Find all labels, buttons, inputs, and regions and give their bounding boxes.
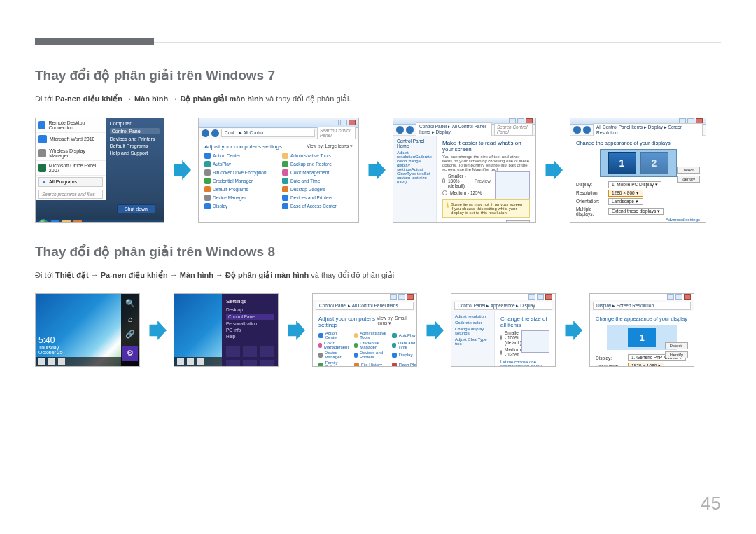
view-by-label: View by: Large icons ▾ [307,143,353,150]
cp-item-icon [282,186,288,192]
cp-item-label: Credential Manager [213,178,253,183]
cp-item-label: Action Center [326,331,350,339]
warning-bar: Some items may not fit on your screen if… [442,199,530,218]
control-panel-item: Default Programs [204,186,275,192]
cp-item-icon [354,363,359,367]
dropdown: Landscape ▾ [608,198,643,205]
dropdown: 1. Mobile PC Display ▾ [608,181,662,188]
display-side-link: Adjust resolution [397,150,415,159]
triangle-icon: ▸ [43,179,46,185]
charms-bar: 🔍 ⌂ 🔗 ⚙ [121,294,139,366]
cp-item-label: Color Management [324,341,350,349]
program-label: Remote Desktop Connection [48,120,102,130]
program-icon [38,121,46,129]
cp-item-label: Desktop Gadgets [290,187,326,192]
cp-item-icon [204,169,211,176]
cp-item-label: Color Management [290,170,329,175]
sr-title: Change the appearance of your display [596,316,688,322]
arrow-icon [366,160,386,180]
cp-item-icon [204,161,211,167]
dropdown: 1920 × 1080 ▾ [628,363,664,367]
display-side-link: Change display settings [455,327,491,335]
breadcrumb: Control Panel ▸ All Control Panel Items [316,302,414,310]
screenshot-win7-screen-resolution: All Control Panel Items ▸ Display ▸ Scre… [570,118,706,223]
screenshot-win7-control-panel: Cont... ▸ All Contro...Search Control Pa… [198,118,359,223]
panel-headline: Adjust your computer's settings [318,316,377,328]
chapter-marker-bar [35,38,154,45]
settings-title: Settings [226,298,274,304]
body-win7-path: Pa-nen điều khiển → Màn hình → Độ phân g… [55,94,264,103]
control-panel-item: AutoPlay [204,161,275,167]
cp-item-icon [392,353,397,358]
heading-win7: Thay đổi độ phân giải trên Windows 7 [35,67,721,83]
cp-item-label: Display [213,204,227,209]
cp-item-icon [282,161,288,167]
arrow-icon [286,321,305,340]
cp-item-icon [282,203,288,209]
start-menu-item: Wireless Display Manager [36,146,106,161]
radio-smaller: Smaller - 100% (default)Preview [442,174,491,188]
cp-item-label: Action Center [213,153,240,158]
charm-devices-icon: 🔗 [126,330,134,339]
page-number: 45 [701,493,721,514]
control-panel-item: Devices and Printers [354,351,388,359]
arrow-icon [172,160,191,180]
breadcrumb: Control Panel ▸ All Control Panel Items … [416,122,492,136]
control-panel-item: BitLocker Drive Encryption [204,169,275,176]
page-content: Thay đổi độ phân giải trên Windows 7 Đi … [35,67,721,367]
cp-item-icon [354,353,358,358]
control-panel-item: Ease of Access Center [282,203,353,209]
program-icon [38,135,47,143]
preview-thumbnail [522,330,550,353]
start-menu-right-item: Control Panel [110,128,160,134]
cp-item-icon [204,153,211,159]
control-panel-item: Credential Manager [204,178,275,184]
clock-tile: 5:40 ThursdayOctober 25 [38,335,63,355]
arrow-icon [563,321,582,340]
cp-item-label: Flash Player [399,363,417,367]
warning-icon [447,202,449,208]
settings-item: Control Panel [226,314,274,320]
cp-item-label: Family Safety [326,360,350,367]
start-menu-right-item: Devices and Printers [110,136,160,141]
control-panel-item: Date and Time [282,178,353,184]
resolution-row: Multiple displays:Extend these displays … [576,206,700,216]
apply-button: Apply [506,220,530,223]
body-win8-path: Thiết đặt → Pa-nen điều khiển → Màn hình… [55,271,309,279]
detect-button: Detect [665,342,688,349]
control-panel-item: Administrative Tools [282,153,353,159]
breadcrumb: Cont... ▸ All Contro... [221,129,315,137]
screenshot-row-win8: 5:40 ThursdayOctober 25 🔍 ⌂ 🔗 ⚙ Settings… [35,293,721,367]
cp-item-icon [392,333,397,338]
cp-item-label: File History [361,363,382,367]
cp-item-icon [282,153,288,159]
cp-item-label: Device Manager [325,351,350,359]
control-panel-item: Devices and Printers [282,195,353,201]
program-label: Microsoft Word 2010 [50,136,94,141]
display-desc: You can change the size of text and othe… [442,155,530,171]
cp-item-icon [392,363,397,367]
display-side-link: Adjust resolution [455,314,491,318]
dropdown: Extend these displays ▾ [608,208,664,215]
settings-item: Help [226,334,274,339]
win7-taskbar [36,219,164,223]
cp-item-label: Date and Time [398,341,417,349]
breadcrumb: All Control Panel Items ▸ Display ▸ Scre… [593,123,703,136]
body-win8-pre: Đi tới [35,271,55,279]
screenshot-row-win7: Remote Desktop ConnectionMicrosoft Word … [35,118,721,223]
dropdown: 1280 × 800 ▾ [608,190,643,197]
screenshot-win8-control-panel: Control Panel ▸ All Control Panel Items … [312,293,417,367]
display-side-link: Adjust ClearType text [455,337,491,346]
screenshot-win7-start-menu: Remote Desktop ConnectionMicrosoft Word … [35,118,164,223]
settings-item: Personalization [226,321,274,326]
search-programs-field: Search programs and files [38,190,103,199]
search-input: Search Control Panel [317,127,356,139]
cp-item-icon [354,343,358,348]
cp-item-icon [318,333,323,338]
start-menu-item: Microsoft Word 2010 [36,133,106,146]
heading-win8: Thay đổi độ phân giải trên Windows 8 [35,244,721,260]
control-panel-item: Desktop Gadgets [282,186,353,192]
cp-item-label: Default Programs [213,187,248,192]
monitor-1-icon: 1 [608,152,636,174]
identify-button: Identify [665,351,688,358]
